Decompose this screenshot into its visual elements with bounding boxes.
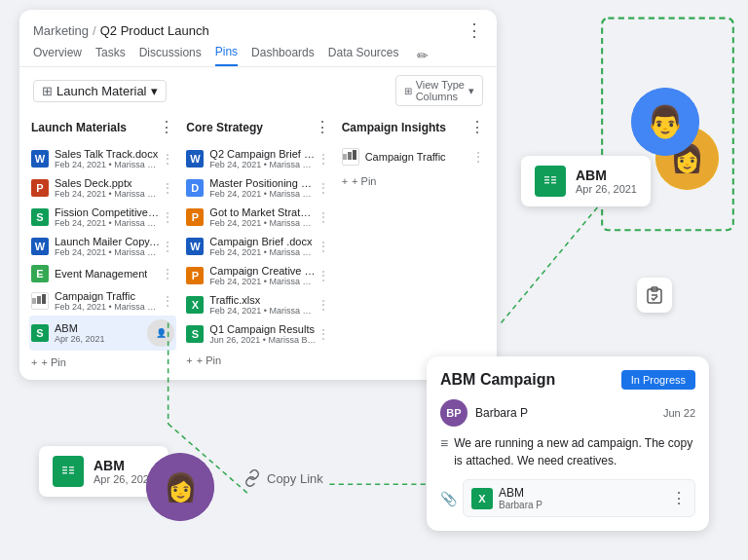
tab-pins[interactable]: Pins xyxy=(215,45,238,66)
breadcrumb-separator: / xyxy=(93,23,96,38)
pin-more-icon[interactable]: ⋮ xyxy=(317,151,330,167)
column-header-core: Core Strategy ⋮ xyxy=(184,114,331,140)
attachment-row: 📎 X ABM Barbara P ⋮ xyxy=(440,479,695,517)
tab-overview[interactable]: Overview xyxy=(33,46,82,65)
add-pin-plus-icon: + xyxy=(31,356,37,368)
svg-rect-9 xyxy=(348,152,352,160)
column-title-campaign: Campaign Insights xyxy=(342,121,446,134)
tab-tasks[interactable]: Tasks xyxy=(95,46,126,65)
pin-item[interactable]: W Launch Mailer Copy.docx Feb 24, 2021 •… xyxy=(29,232,176,261)
add-pin-button-col1[interactable]: + + Pin xyxy=(29,353,176,372)
tab-edit-icon[interactable]: ✏ xyxy=(417,48,429,63)
pin-name: Campaign Brief .docx xyxy=(209,236,316,247)
pin-item[interactable]: D Master Positioning Frame... Feb 24, 20… xyxy=(184,173,331,203)
word-icon: W xyxy=(186,238,204,255)
add-pin-button-col2[interactable]: + + Pin xyxy=(184,351,331,370)
attachment-file-icon: X xyxy=(471,488,493,509)
pin-item-left: Campaign Traffic xyxy=(342,148,446,166)
pin-item[interactable]: W Campaign Brief .docx Feb 24, 2021 • Ma… xyxy=(184,232,331,261)
view-type-button[interactable]: ⊞ View TypeColumns ▾ xyxy=(395,75,483,106)
pin-item[interactable]: S Q1 Campaign Results Jun 26, 2021 • Mar… xyxy=(184,319,331,349)
pin-more-icon[interactable]: ⋮ xyxy=(161,293,174,309)
pin-more-icon[interactable]: ⋮ xyxy=(317,209,330,225)
abm-card-info-top: ABM Apr 26, 2021 xyxy=(576,168,637,195)
svg-rect-27 xyxy=(69,472,74,474)
pin-more-icon[interactable]: ⋮ xyxy=(317,297,330,313)
pin-more-icon[interactable]: ⋮ xyxy=(161,180,174,196)
pin-meta: Feb 24, 2021 • Marissa Baum... xyxy=(55,302,161,312)
add-pin-label: + Pin xyxy=(352,175,376,187)
ppt-icon: P xyxy=(31,179,49,197)
pin-more-icon[interactable]: ⋮ xyxy=(317,326,330,342)
pin-more-icon[interactable]: ⋮ xyxy=(317,268,330,283)
pin-item-left: P Got to Market Strategy .p... Feb 24, 2… xyxy=(186,206,316,228)
pin-item[interactable]: E Event Management ⋮ xyxy=(29,261,176,286)
pin-more-icon[interactable]: ⋮ xyxy=(161,151,174,167)
doc-blue-icon: D xyxy=(186,179,204,197)
svg-rect-23 xyxy=(62,469,67,471)
sheets-icon: S xyxy=(31,324,49,342)
pin-item[interactable]: Campaign Traffic ⋮ xyxy=(340,144,487,169)
column-more-launch[interactable]: ⋮ xyxy=(159,118,174,136)
pin-more-icon[interactable]: ⋮ xyxy=(161,209,174,225)
svg-rect-5 xyxy=(32,298,36,304)
view-type-grid-icon: ⊞ xyxy=(404,86,412,96)
pin-info: Sales Deck.pptx Feb 24, 2021 • Marissa B… xyxy=(55,177,161,199)
board-title: Launch Material xyxy=(56,84,147,98)
traffic-icon xyxy=(31,292,49,310)
pin-item-left: P Campaign Creative Brief ... Feb 24, 20… xyxy=(186,265,316,286)
pin-more-icon[interactable]: ⋮ xyxy=(471,149,485,165)
traffic-icon xyxy=(342,148,359,166)
pin-item[interactable]: P Sales Deck.pptx Feb 24, 2021 • Marissa… xyxy=(29,173,176,203)
tab-discussions[interactable]: Discussions xyxy=(139,46,202,65)
pin-item-left: E Event Management xyxy=(31,265,147,282)
pin-name: Fission Competitive Land... xyxy=(55,206,161,218)
breadcrumb-current[interactable]: Q2 Product Launch xyxy=(100,23,209,38)
breadcrumb-parent[interactable]: Marketing xyxy=(33,23,89,38)
abm-avatar-icon: 👤 xyxy=(156,328,167,338)
pin-more-icon[interactable]: ⋮ xyxy=(317,239,330,254)
attachment-info: ABM Barbara P xyxy=(499,486,542,510)
campaign-message: We are running a new ad campaign. The co… xyxy=(454,434,695,469)
pin-item[interactable]: P Got to Market Strategy .p... Feb 24, 2… xyxy=(184,203,331,232)
pin-info: Got to Market Strategy .p... Feb 24, 202… xyxy=(209,206,316,228)
campaign-date: Jun 22 xyxy=(663,407,695,419)
column-more-campaign[interactable]: ⋮ xyxy=(469,118,485,136)
attachment-name: ABM xyxy=(499,486,542,500)
project-tabs: Overview Tasks Discussions Pins Dashboar… xyxy=(19,41,497,67)
pin-more-icon[interactable]: ⋮ xyxy=(317,180,330,196)
pin-more-icon[interactable]: ⋮ xyxy=(161,266,174,281)
pin-info: Q1 Campaign Results Jun 26, 2021 • Maris… xyxy=(209,323,316,345)
abm-card-top: ABM Apr 26, 2021 xyxy=(521,156,651,206)
svg-rect-8 xyxy=(343,154,347,160)
avatar-man: 👨 xyxy=(631,88,699,156)
add-pin-button-col3[interactable]: + + Pin xyxy=(340,171,487,191)
pin-item[interactable]: X Traffic.xlsx Feb 24, 2021 • Marissa Ba… xyxy=(184,290,331,319)
pin-item-left: W Campaign Brief .docx Feb 24, 2021 • Ma… xyxy=(186,236,316,257)
attachment-more-icon[interactable]: ⋮ xyxy=(671,489,687,507)
project-more-icon[interactable]: ⋮ xyxy=(466,19,483,41)
pin-item[interactable]: W Q2 Campaign Brief .docx Feb 24, 2021 •… xyxy=(184,144,331,173)
board-title-button[interactable]: ⊞ Launch Material ▾ xyxy=(33,80,167,102)
avatar-woman-bottom-image: 👩 xyxy=(146,453,214,521)
pin-item-left: X Traffic.xlsx Feb 24, 2021 • Marissa Ba… xyxy=(186,294,316,316)
svg-rect-26 xyxy=(69,469,74,471)
pin-item[interactable]: W Sales Talk Track.docx Feb 24, 2021 • M… xyxy=(29,144,176,173)
pin-item[interactable]: Campaign Traffic Feb 24, 2021 • Marissa … xyxy=(29,286,176,316)
pin-item-abm[interactable]: S ABM Apr 26, 2021 👤 xyxy=(29,316,176,351)
tab-dashboards[interactable]: Dashboards xyxy=(251,46,315,65)
avatar-woman-bottom: 👩 xyxy=(146,453,214,521)
board-chevron-icon: ▾ xyxy=(151,84,158,98)
column-core-strategy: Core Strategy ⋮ W Q2 Campaign Brief .doc… xyxy=(184,114,331,372)
svg-rect-14 xyxy=(544,182,549,184)
pin-item[interactable]: S Fission Competitive Land... Feb 24, 20… xyxy=(29,203,176,232)
svg-rect-25 xyxy=(69,467,74,468)
pin-meta: Feb 24, 2021 • Marissa Baume... xyxy=(209,247,316,257)
attachment-item[interactable]: X ABM Barbara P ⋮ xyxy=(463,479,695,517)
tab-datasources[interactable]: Data Sources xyxy=(328,46,399,65)
pin-more-icon[interactable]: ⋮ xyxy=(161,239,174,254)
column-more-core[interactable]: ⋮ xyxy=(315,118,330,136)
pin-item[interactable]: P Campaign Creative Brief ... Feb 24, 20… xyxy=(184,261,331,290)
copy-link-button[interactable]: Copy Link xyxy=(243,469,323,487)
add-pin-plus-icon: + xyxy=(186,355,192,366)
